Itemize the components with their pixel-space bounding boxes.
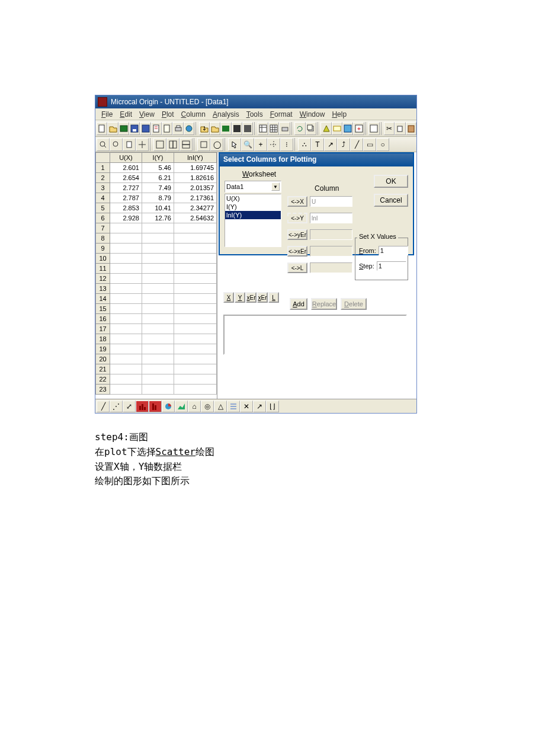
cut-icon[interactable]: ✂: [384, 122, 395, 135]
columns-listbox[interactable]: U(X)I(Y)lnI(Y): [225, 194, 281, 247]
data-cell[interactable]: [174, 364, 216, 374]
data-cell[interactable]: [110, 254, 142, 264]
data-cell[interactable]: [142, 274, 174, 284]
paste-icon[interactable]: [406, 122, 416, 135]
labtalk-icon[interactable]: [320, 122, 331, 135]
menu-plot[interactable]: Plot: [158, 109, 178, 120]
zoom-out-icon[interactable]: [110, 138, 123, 151]
ternary-plot-icon[interactable]: △: [214, 401, 227, 412]
data-cell[interactable]: 1.69745: [174, 163, 216, 173]
data-cell[interactable]: 2.54632: [174, 213, 216, 223]
col-header[interactable]: I(Y): [142, 153, 174, 163]
data-cell[interactable]: [110, 364, 142, 374]
data-selector-icon[interactable]: ⁝: [280, 138, 293, 151]
data-cell[interactable]: [110, 334, 142, 344]
draw-data-icon[interactable]: ∴: [298, 138, 311, 151]
data-cell[interactable]: 7.49: [142, 183, 174, 193]
column-plot-icon[interactable]: [149, 401, 162, 412]
save-icon[interactable]: [129, 122, 140, 135]
row-header[interactable]: 9: [96, 244, 110, 254]
duplicate-icon[interactable]: [306, 122, 316, 135]
data-cell[interactable]: [174, 233, 216, 244]
data-cell[interactable]: [110, 233, 142, 244]
stack-plot-icon[interactable]: [227, 401, 240, 412]
pointer-icon[interactable]: [228, 138, 241, 151]
row-header[interactable]: 7: [96, 223, 110, 233]
row-header[interactable]: 4: [96, 193, 110, 203]
data-cell[interactable]: 2.853: [110, 203, 142, 213]
data-cell[interactable]: 2.34277: [174, 203, 216, 213]
replace-button[interactable]: Replace: [311, 298, 337, 310]
import-icon[interactable]: [199, 122, 210, 135]
data-cell[interactable]: [110, 223, 142, 233]
worksheet-combo[interactable]: Data1 ▼: [225, 181, 281, 193]
assign-y-button[interactable]: <->Y: [287, 213, 307, 223]
win2-icon[interactable]: [166, 138, 179, 151]
data-cell[interactable]: [174, 274, 216, 284]
bar-plot-icon[interactable]: [136, 401, 149, 412]
win3-icon[interactable]: [179, 138, 193, 151]
new-icon[interactable]: [97, 122, 107, 135]
data-cell[interactable]: [174, 264, 216, 274]
assign-l-button[interactable]: <->L: [287, 262, 307, 273]
type-x-button[interactable]: X: [223, 292, 234, 303]
line-icon[interactable]: ╱: [350, 138, 363, 151]
data-cell[interactable]: [142, 364, 174, 374]
print-icon[interactable]: [172, 122, 183, 135]
data-cell[interactable]: 1.82616: [174, 173, 216, 183]
row-header[interactable]: 18: [96, 334, 110, 344]
assign-xer-button[interactable]: <->xEr: [287, 246, 307, 257]
win-icon[interactable]: [153, 138, 166, 151]
x-column-field[interactable]: U: [310, 196, 352, 207]
data-cell[interactable]: [142, 254, 174, 264]
hilo-plot-icon[interactable]: ✕: [240, 401, 253, 412]
ok-button[interactable]: OK: [374, 175, 408, 188]
type-y-button[interactable]: Y: [235, 292, 245, 303]
nav-icon[interactable]: [136, 138, 149, 151]
data-cell[interactable]: [174, 324, 216, 334]
template-plot-icon[interactable]: ⌊⌋: [266, 401, 279, 412]
listbox-item[interactable]: I(Y): [225, 203, 281, 211]
data-cell[interactable]: [110, 304, 142, 314]
curved-arrow-icon[interactable]: ⤴: [337, 138, 350, 151]
data-cell[interactable]: 2.601: [110, 163, 142, 173]
add-col-icon[interactable]: +: [353, 122, 364, 135]
row-header[interactable]: 17: [96, 324, 110, 334]
open-icon[interactable]: [107, 122, 118, 135]
data-cell[interactable]: [110, 244, 142, 254]
type-xer-button[interactable]: xEr: [257, 292, 268, 303]
menu-help[interactable]: Help: [328, 109, 350, 120]
menu-file[interactable]: File: [98, 109, 116, 120]
zoom-tool-icon[interactable]: 🔍: [241, 138, 254, 151]
row-header[interactable]: 12: [96, 274, 110, 284]
screen-reader-icon[interactable]: [267, 138, 280, 151]
arrow-icon[interactable]: ↗: [324, 138, 337, 151]
row-header[interactable]: 21: [96, 364, 110, 374]
row-header[interactable]: 15: [96, 304, 110, 314]
data-cell[interactable]: [174, 223, 216, 233]
data-cell[interactable]: [142, 223, 174, 233]
polar-plot-icon[interactable]: ◎: [201, 401, 214, 412]
cancel-button[interactable]: Cancel: [374, 194, 408, 207]
data-cell[interactable]: [174, 374, 216, 385]
data-cell[interactable]: [142, 284, 174, 294]
mask-icon[interactable]: ◯: [210, 138, 223, 151]
circle-icon[interactable]: ○: [376, 138, 389, 151]
data-cell[interactable]: [142, 385, 174, 395]
row-header[interactable]: 22: [96, 374, 110, 385]
zoom-in-icon[interactable]: [97, 138, 110, 151]
refresh-icon[interactable]: [294, 122, 305, 135]
data-cell[interactable]: [142, 334, 174, 344]
row-header[interactable]: 2: [96, 173, 110, 183]
data-cell[interactable]: [110, 324, 142, 334]
data-cell[interactable]: 2.928: [110, 213, 142, 223]
data-cell[interactable]: [174, 334, 216, 344]
data-cell[interactable]: [110, 294, 142, 304]
data-cell[interactable]: [110, 385, 142, 395]
row-header[interactable]: 20: [96, 354, 110, 364]
data-cell[interactable]: [110, 354, 142, 364]
notes-icon[interactable]: [162, 122, 172, 135]
copy-icon[interactable]: [395, 122, 405, 135]
matrix-icon[interactable]: [268, 122, 279, 135]
data-cell[interactable]: [174, 385, 216, 395]
